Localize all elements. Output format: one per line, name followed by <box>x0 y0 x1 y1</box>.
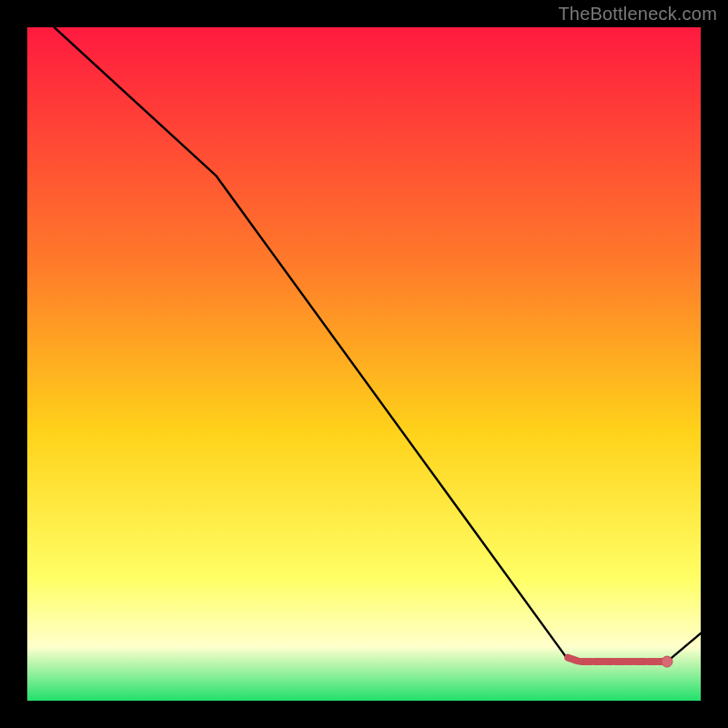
marker-dash-group <box>568 658 665 662</box>
chart-svg <box>27 27 701 701</box>
gradient-background <box>27 27 701 701</box>
watermark-text: TheBottleneck.com <box>558 4 717 25</box>
end-dot-marker <box>662 656 672 667</box>
marker-dash <box>568 658 577 662</box>
chart-stage: TheBottleneck.com <box>0 0 728 728</box>
plot-area <box>27 27 701 701</box>
